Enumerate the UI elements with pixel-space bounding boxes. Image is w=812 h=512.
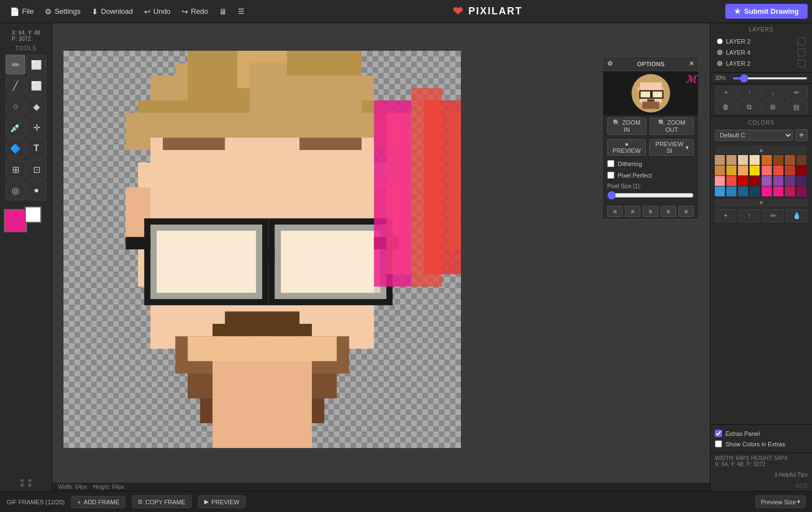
- color-cell[interactable]: [726, 186, 736, 196]
- crop-tool[interactable]: ⊡: [26, 159, 46, 179]
- layer-visibility-1[interactable]: [798, 38, 805, 45]
- preview-bottom-button[interactable]: ▶ PREVIEW: [198, 495, 246, 508]
- palette-scroll-down[interactable]: ▼: [715, 199, 808, 207]
- helpful-tips[interactable]: ℹ Helpful Tips: [710, 470, 812, 480]
- color-cell[interactable]: [762, 186, 772, 196]
- color-cell[interactable]: [726, 176, 736, 186]
- align-btn-3[interactable]: ≡: [643, 206, 658, 217]
- paint-bucket-tool[interactable]: ◆: [26, 97, 46, 116]
- color-cell[interactable]: [715, 166, 725, 175]
- zoom-in-button[interactable]: 🔍 ZOOM IN: [607, 118, 646, 135]
- color-cell[interactable]: [738, 176, 748, 186]
- layer-row-1[interactable]: LAYER 2: [715, 36, 808, 47]
- hamburger-menu[interactable]: ☰: [232, 5, 250, 18]
- add-frame-button[interactable]: + ADD FRAME: [71, 496, 125, 508]
- display-menu[interactable]: 🖥: [214, 5, 232, 18]
- canvas-checkerboard[interactable]: [63, 51, 461, 448]
- color-cell[interactable]: [785, 186, 795, 196]
- layer-visibility-3[interactable]: [798, 60, 805, 67]
- ellipse-tool[interactable]: ○: [6, 97, 25, 116]
- eyedropper-tool[interactable]: 💉: [6, 118, 25, 137]
- undo-menu[interactable]: ↩ Undo: [139, 5, 176, 18]
- align-btn-1[interactable]: ≡: [607, 206, 623, 217]
- eraser-tool[interactable]: ⬜: [26, 55, 46, 74]
- settings-menu[interactable]: ⚙ Settings: [39, 5, 86, 18]
- edit-layer-button[interactable]: ✏: [786, 86, 808, 99]
- pixel-perfect-checkbox[interactable]: [607, 172, 614, 179]
- delete-layer-button[interactable]: 🗑: [715, 100, 737, 114]
- zoom-out-button[interactable]: 🔍 ZOOM OUT: [650, 118, 694, 135]
- canvas-area[interactable]: Width: 64px Height: 64px ⚙ OPTIONS ✕: [52, 23, 710, 491]
- preview-size-select[interactable]: Preview Size ▾: [756, 495, 805, 508]
- palette-select[interactable]: Default C: [715, 130, 793, 141]
- dither-tool[interactable]: ⊞: [6, 159, 25, 179]
- options-close-button[interactable]: ✕: [689, 60, 694, 67]
- add-palette-button[interactable]: +: [715, 209, 736, 222]
- redo-menu[interactable]: ↪ Redo: [176, 5, 214, 18]
- wand-tool[interactable]: 🔷: [6, 138, 25, 158]
- text-tool[interactable]: T: [26, 138, 46, 158]
- color-cell[interactable]: [797, 155, 806, 165]
- color-cell[interactable]: [773, 186, 783, 196]
- selection-tool[interactable]: ⬜: [26, 76, 46, 95]
- color-cell[interactable]: [773, 155, 783, 165]
- color-cell[interactable]: [785, 166, 795, 175]
- primary-color-swatch[interactable]: [4, 209, 27, 232]
- color-cell[interactable]: [726, 166, 736, 175]
- color-picker-button[interactable]: ✏: [762, 209, 784, 222]
- preview-size-button[interactable]: PREVIEW SI ▾: [649, 139, 694, 156]
- color-cell[interactable]: [726, 155, 736, 165]
- pixel-size-slider[interactable]: [607, 191, 694, 200]
- color-cell[interactable]: [797, 176, 806, 186]
- file-menu[interactable]: 📄 File: [4, 5, 39, 18]
- move-layer-up-button[interactable]: ↑: [739, 86, 761, 99]
- color-cell[interactable]: [750, 166, 760, 175]
- layer-visibility-2[interactable]: [798, 49, 805, 56]
- color-cell[interactable]: [750, 155, 760, 165]
- copy-frame-button[interactable]: ⧉ COPY FRAME: [132, 495, 192, 508]
- color-cell[interactable]: [785, 176, 795, 186]
- color-cell[interactable]: [797, 186, 806, 196]
- duplicate-layer-button[interactable]: ⧉: [739, 100, 761, 114]
- color-cell[interactable]: [773, 176, 783, 186]
- color-cell[interactable]: [738, 186, 748, 196]
- layer-row-2[interactable]: LAYER 4: [715, 47, 808, 58]
- color-cell[interactable]: [762, 166, 772, 175]
- color-cell[interactable]: [715, 176, 725, 186]
- move-tool[interactable]: ✛: [26, 118, 46, 137]
- secondary-color-swatch[interactable]: [25, 206, 41, 223]
- color-cell[interactable]: [762, 176, 772, 186]
- smudge-tool[interactable]: ●: [26, 180, 46, 200]
- pixel-art-canvas[interactable]: [63, 51, 461, 448]
- canvas-wrapper[interactable]: [63, 51, 461, 448]
- align-btn-5[interactable]: ≡: [678, 206, 694, 217]
- align-btn-4[interactable]: ≡: [661, 206, 676, 217]
- color-cell[interactable]: [715, 155, 725, 165]
- merge-layer-button[interactable]: ⊞: [762, 100, 784, 114]
- export-palette-button[interactable]: ↑: [739, 209, 760, 222]
- add-layer-button[interactable]: +: [715, 86, 737, 99]
- submit-drawing-button[interactable]: ★ Submit Drawing: [725, 4, 808, 19]
- color-cell[interactable]: [750, 186, 760, 196]
- dropper-button[interactable]: 💧: [786, 209, 808, 222]
- color-cell[interactable]: [738, 166, 748, 175]
- show-colors-checkbox[interactable]: [715, 440, 722, 447]
- stamp-tool[interactable]: ◎: [6, 180, 25, 200]
- extras-panel-checkbox[interactable]: [715, 430, 722, 437]
- dithering-checkbox[interactable]: [607, 160, 614, 167]
- palette-scroll-up[interactable]: ▲: [716, 146, 806, 154]
- line-tool[interactable]: ╱: [6, 76, 25, 95]
- add-color-button[interactable]: +: [795, 129, 808, 141]
- flatten-layer-button[interactable]: ▤: [786, 100, 808, 114]
- color-cell[interactable]: [773, 166, 783, 175]
- color-cell[interactable]: [738, 155, 748, 165]
- preview-button[interactable]: ● PREVIEW: [607, 139, 646, 156]
- align-btn-2[interactable]: ≡: [625, 206, 640, 217]
- color-cell[interactable]: [785, 155, 795, 165]
- color-cell[interactable]: [750, 176, 760, 186]
- zoom-slider[interactable]: [733, 77, 808, 79]
- layer-row-3[interactable]: LAYER 2: [715, 58, 808, 69]
- move-layer-down-button[interactable]: ↓: [762, 86, 784, 99]
- color-cell[interactable]: [762, 155, 772, 165]
- color-cell[interactable]: [715, 186, 725, 196]
